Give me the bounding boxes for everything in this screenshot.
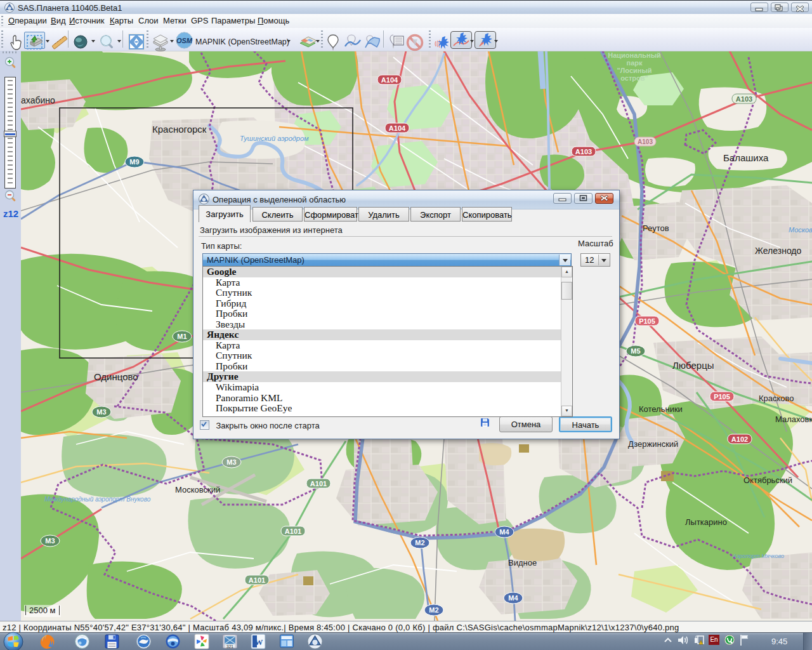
svg-text:Московско: Московско	[789, 226, 812, 234]
svg-text:Одинцово: Одинцово	[94, 371, 138, 382]
svg-text:P105: P105	[714, 393, 730, 401]
svg-text:"Лосиный: "Лосиный	[617, 67, 652, 74]
svg-text:Котельники: Котельники	[639, 404, 683, 414]
svg-text:Реутов: Реутов	[643, 223, 669, 233]
svg-text:Видное: Видное	[508, 558, 537, 567]
svg-text:М5: М5	[631, 347, 640, 355]
svg-text:М3: М3	[96, 408, 106, 416]
svg-text:А103: А103	[575, 148, 592, 156]
svg-text:Балашиха: Балашиха	[723, 152, 769, 163]
svg-text:М2: М2	[415, 539, 424, 547]
svg-text:М1: М1	[177, 333, 187, 340]
svg-text:А101: А101	[249, 576, 265, 584]
svg-text:М3: М3	[45, 537, 55, 545]
svg-text:Железнодо: Железнодо	[755, 246, 802, 256]
svg-text:М9: М9	[129, 158, 139, 166]
svg-text:А101: А101	[285, 527, 301, 535]
svg-text:OSM: OSM	[176, 37, 193, 44]
svg-text:А104: А104	[381, 76, 398, 84]
svg-text:Тушинский аэродром: Тушинский аэродром	[240, 135, 309, 142]
svg-text:Красногорск: Красногорск	[152, 124, 207, 135]
svg-text:!: !	[700, 641, 701, 645]
svg-text:А104: А104	[389, 124, 406, 132]
svg-text:А103: А103	[638, 138, 653, 145]
svg-text:W: W	[255, 637, 263, 647]
svg-text:остров": остров"	[620, 74, 648, 82]
svg-text:Октябрьский: Октябрьский	[743, 475, 792, 485]
svg-text:М2: М2	[429, 606, 438, 614]
svg-text:Московский: Московский	[175, 485, 220, 494]
svg-text:P105: P105	[639, 317, 655, 325]
svg-text:Дзержинский: Дзержинский	[628, 439, 678, 449]
svg-text:А102: А102	[731, 435, 748, 443]
svg-text:Лыткарино: Лыткарино	[685, 517, 727, 527]
svg-text:Люберцы: Люберцы	[672, 360, 714, 371]
svg-text:А101: А101	[310, 480, 327, 488]
svg-text:Малаховка: Малаховка	[775, 415, 812, 424]
svg-text:М3: М3	[226, 458, 236, 466]
svg-text:М4: М4	[499, 528, 509, 536]
svg-text:Аэропорт Мячково: Аэропорт Мячково	[732, 553, 784, 559]
svg-text:ахабино: ахабино	[21, 95, 55, 105]
svg-text:А103: А103	[736, 95, 752, 103]
svg-text:Красково: Красково	[759, 394, 794, 403]
svg-text:парк: парк	[627, 59, 643, 67]
svg-text:321: 321	[226, 644, 233, 649]
svg-text:Национальный: Национальный	[608, 51, 661, 59]
svg-text:Международный аэропорт Внуково: Международный аэропорт Внуково	[44, 496, 151, 503]
svg-text:М4: М4	[508, 594, 518, 602]
